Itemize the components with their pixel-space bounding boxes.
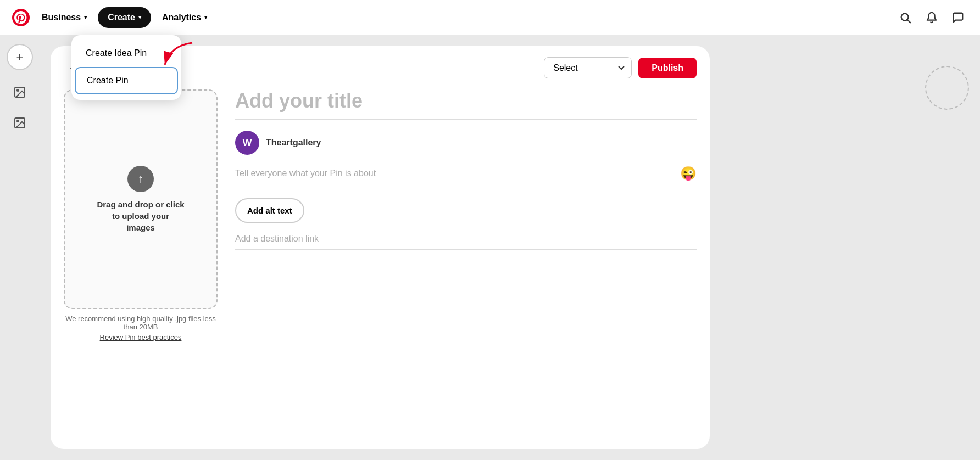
upload-area: ↑ Drag and drop or click to upload your … xyxy=(64,89,218,438)
pin-title-input[interactable] xyxy=(235,89,697,120)
plus-icon: + xyxy=(16,50,24,64)
create-label: Create xyxy=(108,13,135,23)
upload-hint-text: We recommend using high quality .jpg fil… xyxy=(64,315,218,331)
create-chevron-icon: ▾ xyxy=(138,14,141,20)
create-idea-pin-item[interactable]: Create Idea Pin xyxy=(75,41,178,66)
card-header-actions: Select Board 1 Board 2 Publish xyxy=(544,57,697,78)
sidebar-add-button[interactable]: + xyxy=(7,44,33,70)
upload-best-practices-link[interactable]: Review Pin best practices xyxy=(100,333,182,341)
create-idea-pin-label: Create Idea Pin xyxy=(86,48,147,58)
content-area: ··· Select Board 1 Board 2 Publish xyxy=(40,35,980,460)
business-menu-button[interactable]: Business ▾ xyxy=(35,8,93,27)
sidebar-image-button-1[interactable] xyxy=(7,79,33,105)
notifications-button[interactable] xyxy=(921,7,943,29)
svg-line-2 xyxy=(907,20,910,23)
alt-text-button[interactable]: Add alt text xyxy=(235,198,304,223)
account-row: W Theartgallery xyxy=(235,131,697,155)
svg-point-7 xyxy=(17,120,19,122)
publish-label: Publish xyxy=(652,63,683,72)
business-chevron-icon: ▾ xyxy=(84,14,87,20)
svg-point-5 xyxy=(17,89,19,91)
upload-dropzone[interactable]: ↑ Drag and drop or click to upload your … xyxy=(64,89,218,309)
analytics-label: Analytics xyxy=(162,13,201,23)
emoji-icon: 😜 xyxy=(680,166,697,181)
left-sidebar: + xyxy=(0,35,40,460)
alt-text-label: Add alt text xyxy=(247,206,292,215)
emoji-button[interactable]: 😜 xyxy=(680,166,697,181)
upload-icon-circle: ↑ xyxy=(127,166,154,192)
business-label: Business xyxy=(42,13,81,23)
description-input[interactable] xyxy=(235,169,680,178)
top-navigation: Business ▾ Create ▾ Analytics ▾ xyxy=(0,0,980,35)
create-dropdown: Create Idea Pin Create Pin xyxy=(71,35,181,100)
dashed-circle-decoration xyxy=(925,66,969,110)
analytics-menu-button[interactable]: Analytics ▾ xyxy=(155,8,214,27)
account-initial: W xyxy=(243,137,252,149)
analytics-chevron-icon: ▾ xyxy=(204,14,207,20)
search-button[interactable] xyxy=(894,7,916,29)
upload-main-text: Drag and drop or click to upload your im… xyxy=(97,199,185,233)
sidebar-image-button-2[interactable] xyxy=(7,110,33,136)
account-name: Theartgallery xyxy=(266,138,321,148)
pinterest-logo[interactable] xyxy=(11,8,31,27)
account-avatar: W xyxy=(235,131,259,155)
board-select[interactable]: Select Board 1 Board 2 xyxy=(544,57,632,78)
pin-form: W Theartgallery 😜 Add alt text xyxy=(235,89,697,438)
create-pin-item[interactable]: Create Pin xyxy=(75,67,178,94)
publish-button[interactable]: Publish xyxy=(638,58,697,78)
messages-button[interactable] xyxy=(947,7,969,29)
pin-creation-card: ··· Select Board 1 Board 2 Publish xyxy=(51,46,710,449)
card-body: ↑ Drag and drop or click to upload your … xyxy=(64,89,697,438)
upload-arrow-icon: ↑ xyxy=(138,172,144,186)
create-menu-button[interactable]: Create ▾ xyxy=(98,7,151,28)
description-row: 😜 xyxy=(235,166,697,187)
destination-link-input[interactable] xyxy=(235,234,697,250)
create-pin-label: Create Pin xyxy=(87,76,129,85)
